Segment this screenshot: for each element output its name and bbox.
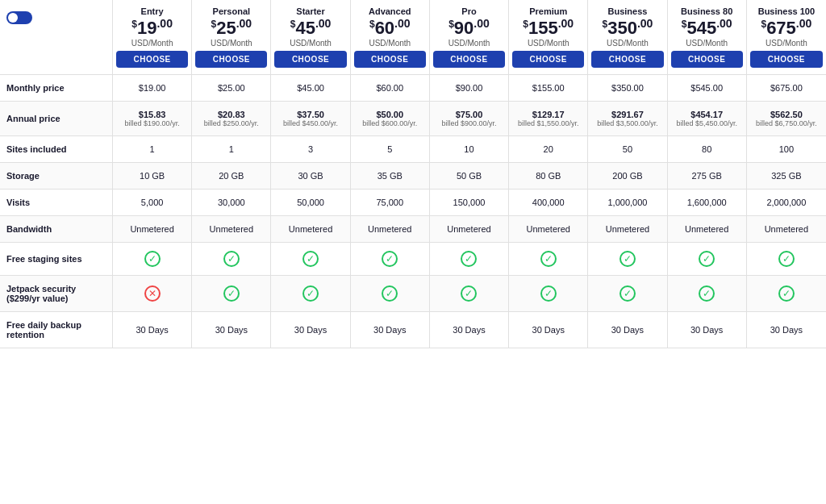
cell-annual_price-6: $291.67billed $3,500.00/yr. xyxy=(588,102,667,135)
check-icon: ✓ xyxy=(620,285,636,302)
choose-button[interactable]: CHOOSE xyxy=(195,51,267,68)
check-icon: ✓ xyxy=(540,251,557,267)
choose-button[interactable]: CHOOSE xyxy=(750,51,823,68)
cell-backup-0: 30 Days xyxy=(113,312,192,348)
cell-visits-2: 50,000 xyxy=(271,190,350,215)
cell-monthly_price-6: $350.00 xyxy=(588,75,667,101)
annual-price-sub: billed $1,550.00/yr. xyxy=(518,119,579,127)
cell-jetpack-7: ✓ xyxy=(668,276,747,311)
annual-price-main: $37.50 xyxy=(297,110,324,119)
cell-storage-7: 275 GB xyxy=(668,163,747,189)
cell-free_staging-4: ✓ xyxy=(430,243,509,275)
choose-button[interactable]: CHOOSE xyxy=(591,51,663,68)
cell-backup-7: 30 Days xyxy=(668,312,747,348)
cell-annual_price-4: $75.00billed $900.00/yr. xyxy=(430,102,509,135)
cell-monthly_price-1: $25.00 xyxy=(192,75,271,101)
cell-annual_price-1: $20.83billed $250.00/yr. xyxy=(192,102,271,135)
cell-monthly_price-3: $60.00 xyxy=(351,75,430,101)
cell-sites-4: 10 xyxy=(430,136,509,162)
plan-currency: USD/Month xyxy=(671,39,743,48)
cell-bandwidth-1: Unmetered xyxy=(192,216,271,242)
choose-button[interactable]: CHOOSE xyxy=(512,51,584,68)
row-jetpack: Jetpack security ($299/yr value)✕✓✓✓✓✓✓✓… xyxy=(0,276,826,312)
check-icon: ✓ xyxy=(382,285,398,302)
cell-annual_price-0: $15.83billed $190.00/yr. xyxy=(113,102,192,135)
cell-backup-1: 30 Days xyxy=(192,312,271,348)
x-icon: ✕ xyxy=(144,285,161,302)
billing-toggle-switch[interactable] xyxy=(6,11,32,24)
cell-monthly_price-7: $545.00 xyxy=(668,75,747,101)
cell-visits-0: 5,000 xyxy=(113,190,192,215)
plan-header-pro: Pro $90.00 USD/Month CHOOSE xyxy=(430,0,509,74)
row-annual_price: Annual price$15.83billed $190.00/yr.$20.… xyxy=(0,102,826,136)
plan-currency: USD/Month xyxy=(354,39,426,48)
plan-price: $545.00 xyxy=(671,18,743,37)
cell-storage-4: 50 GB xyxy=(430,163,509,189)
pricing-table: Entry $19.00 USD/Month CHOOSE Personal $… xyxy=(0,0,826,348)
check-icon: ✓ xyxy=(620,251,636,267)
plan-header-business: Business $350.00 USD/Month CHOOSE xyxy=(588,0,667,74)
label-sites: Sites included xyxy=(0,136,113,162)
cell-storage-0: 10 GB xyxy=(113,163,192,189)
plan-name: Advanced xyxy=(354,6,426,16)
plan-price: $25.00 xyxy=(195,18,267,37)
check-icon: ✓ xyxy=(223,251,240,267)
choose-button[interactable]: CHOOSE xyxy=(116,51,188,68)
row-free_staging: Free staging sites✓✓✓✓✓✓✓✓✓ xyxy=(0,243,826,276)
label-visits: Visits xyxy=(0,190,113,215)
plan-price: $90.00 xyxy=(433,18,505,37)
cell-sites-3: 5 xyxy=(351,136,430,162)
plan-currency: USD/Month xyxy=(591,39,663,48)
annual-price-sub: billed $600.00/yr. xyxy=(362,119,417,127)
label-bandwidth: Bandwidth xyxy=(0,216,113,242)
cell-storage-6: 200 GB xyxy=(588,163,667,189)
label-annual_price: Annual price xyxy=(0,102,113,135)
cell-monthly_price-4: $90.00 xyxy=(430,75,509,101)
plan-price: $155.00 xyxy=(512,18,584,37)
plan-header-business-80: Business 80 $545.00 USD/Month CHOOSE xyxy=(668,0,747,74)
cell-visits-7: 1,600,000 xyxy=(668,190,747,215)
cell-jetpack-4: ✓ xyxy=(430,276,509,311)
annual-price-main: $50.00 xyxy=(376,110,403,119)
check-icon: ✓ xyxy=(699,285,715,302)
choose-button[interactable]: CHOOSE xyxy=(354,51,426,68)
annual-price-main: $129.17 xyxy=(532,110,565,119)
choose-button[interactable]: CHOOSE xyxy=(274,51,346,68)
check-icon: ✓ xyxy=(778,251,795,267)
choose-button[interactable]: CHOOSE xyxy=(433,51,505,68)
cell-free_staging-2: ✓ xyxy=(271,243,350,275)
cell-free_staging-3: ✓ xyxy=(351,243,430,275)
plan-header-starter: Starter $45.00 USD/Month CHOOSE xyxy=(271,0,350,74)
check-icon: ✓ xyxy=(302,251,319,267)
cell-monthly_price-0: $19.00 xyxy=(113,75,192,101)
label-jetpack: Jetpack security ($299/yr value) xyxy=(0,276,113,311)
cell-sites-8: 100 xyxy=(747,136,826,162)
cell-sites-1: 1 xyxy=(192,136,271,162)
plan-currency: USD/Month xyxy=(195,39,267,48)
cell-visits-5: 400,000 xyxy=(509,190,588,215)
cell-monthly_price-8: $675.00 xyxy=(747,75,826,101)
check-icon: ✓ xyxy=(540,285,557,302)
cell-free_staging-5: ✓ xyxy=(509,243,588,275)
annual-price-main: $454.17 xyxy=(690,110,723,119)
cell-monthly_price-2: $45.00 xyxy=(271,75,350,101)
plan-price: $60.00 xyxy=(354,18,426,37)
check-icon: ✓ xyxy=(461,251,477,267)
cell-visits-4: 150,000 xyxy=(430,190,509,215)
check-icon: ✓ xyxy=(778,285,795,302)
billing-header xyxy=(0,0,113,74)
cell-sites-5: 20 xyxy=(509,136,588,162)
cell-monthly_price-5: $155.00 xyxy=(509,75,588,101)
cell-visits-3: 75,000 xyxy=(351,190,430,215)
check-icon: ✓ xyxy=(144,251,161,267)
plan-header-entry: Entry $19.00 USD/Month CHOOSE xyxy=(113,0,192,74)
cell-bandwidth-3: Unmetered xyxy=(351,216,430,242)
cell-visits-1: 30,000 xyxy=(192,190,271,215)
plan-header-business-100: Business 100 $675.00 USD/Month CHOOSE xyxy=(747,0,826,74)
annual-price-sub: billed $6,750.00/yr. xyxy=(756,119,817,127)
cell-bandwidth-8: Unmetered xyxy=(747,216,826,242)
cell-annual_price-5: $129.17billed $1,550.00/yr. xyxy=(509,102,588,135)
cell-annual_price-2: $37.50billed $450.00/yr. xyxy=(271,102,350,135)
choose-button[interactable]: CHOOSE xyxy=(671,51,743,68)
annual-price-main: $291.67 xyxy=(611,110,644,119)
